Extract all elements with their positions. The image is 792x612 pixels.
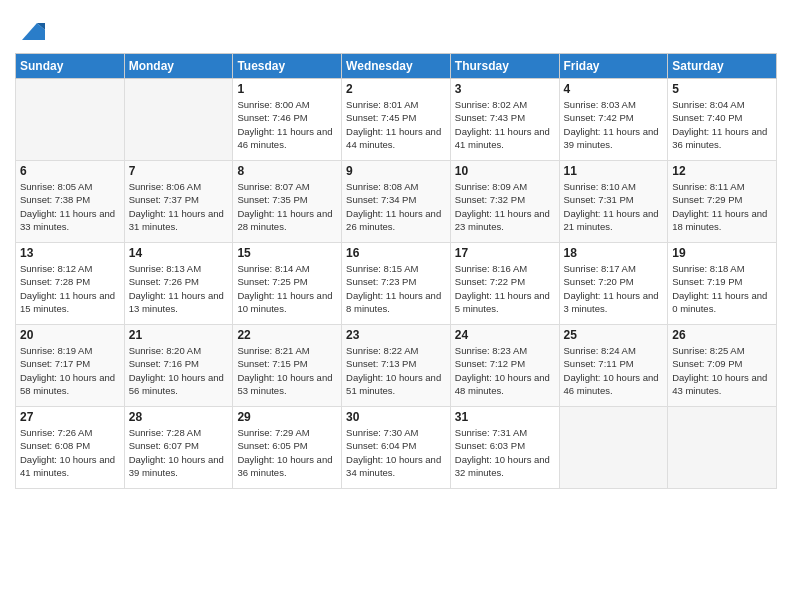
calendar-cell: 29Sunrise: 7:29 AM Sunset: 6:05 PM Dayli… bbox=[233, 407, 342, 489]
day-of-week-header: Monday bbox=[124, 54, 233, 79]
calendar-cell: 1Sunrise: 8:00 AM Sunset: 7:46 PM Daylig… bbox=[233, 79, 342, 161]
day-info: Sunrise: 8:10 AM Sunset: 7:31 PM Dayligh… bbox=[564, 180, 664, 233]
day-info: Sunrise: 8:12 AM Sunset: 7:28 PM Dayligh… bbox=[20, 262, 120, 315]
calendar-cell: 2Sunrise: 8:01 AM Sunset: 7:45 PM Daylig… bbox=[342, 79, 451, 161]
day-info: Sunrise: 8:16 AM Sunset: 7:22 PM Dayligh… bbox=[455, 262, 555, 315]
calendar-cell: 28Sunrise: 7:28 AM Sunset: 6:07 PM Dayli… bbox=[124, 407, 233, 489]
day-info: Sunrise: 8:07 AM Sunset: 7:35 PM Dayligh… bbox=[237, 180, 337, 233]
day-of-week-header: Sunday bbox=[16, 54, 125, 79]
calendar-cell: 16Sunrise: 8:15 AM Sunset: 7:23 PM Dayli… bbox=[342, 243, 451, 325]
day-number: 11 bbox=[564, 164, 664, 178]
day-number: 29 bbox=[237, 410, 337, 424]
day-number: 7 bbox=[129, 164, 229, 178]
day-info: Sunrise: 8:20 AM Sunset: 7:16 PM Dayligh… bbox=[129, 344, 229, 397]
logo bbox=[15, 15, 47, 45]
calendar-cell: 15Sunrise: 8:14 AM Sunset: 7:25 PM Dayli… bbox=[233, 243, 342, 325]
calendar-cell: 7Sunrise: 8:06 AM Sunset: 7:37 PM Daylig… bbox=[124, 161, 233, 243]
day-number: 1 bbox=[237, 82, 337, 96]
calendar-cell: 5Sunrise: 8:04 AM Sunset: 7:40 PM Daylig… bbox=[668, 79, 777, 161]
day-number: 23 bbox=[346, 328, 446, 342]
day-info: Sunrise: 7:28 AM Sunset: 6:07 PM Dayligh… bbox=[129, 426, 229, 479]
day-info: Sunrise: 8:05 AM Sunset: 7:38 PM Dayligh… bbox=[20, 180, 120, 233]
day-number: 22 bbox=[237, 328, 337, 342]
calendar-cell: 6Sunrise: 8:05 AM Sunset: 7:38 PM Daylig… bbox=[16, 161, 125, 243]
calendar-cell: 9Sunrise: 8:08 AM Sunset: 7:34 PM Daylig… bbox=[342, 161, 451, 243]
day-number: 2 bbox=[346, 82, 446, 96]
day-info: Sunrise: 8:04 AM Sunset: 7:40 PM Dayligh… bbox=[672, 98, 772, 151]
day-info: Sunrise: 8:18 AM Sunset: 7:19 PM Dayligh… bbox=[672, 262, 772, 315]
day-of-week-header: Tuesday bbox=[233, 54, 342, 79]
day-info: Sunrise: 8:01 AM Sunset: 7:45 PM Dayligh… bbox=[346, 98, 446, 151]
day-info: Sunrise: 7:30 AM Sunset: 6:04 PM Dayligh… bbox=[346, 426, 446, 479]
calendar-cell: 22Sunrise: 8:21 AM Sunset: 7:15 PM Dayli… bbox=[233, 325, 342, 407]
calendar-cell: 20Sunrise: 8:19 AM Sunset: 7:17 PM Dayli… bbox=[16, 325, 125, 407]
day-number: 16 bbox=[346, 246, 446, 260]
day-info: Sunrise: 8:19 AM Sunset: 7:17 PM Dayligh… bbox=[20, 344, 120, 397]
calendar-cell bbox=[124, 79, 233, 161]
day-of-week-header: Wednesday bbox=[342, 54, 451, 79]
day-number: 9 bbox=[346, 164, 446, 178]
calendar-cell bbox=[559, 407, 668, 489]
day-number: 24 bbox=[455, 328, 555, 342]
calendar-cell: 27Sunrise: 7:26 AM Sunset: 6:08 PM Dayli… bbox=[16, 407, 125, 489]
day-info: Sunrise: 8:11 AM Sunset: 7:29 PM Dayligh… bbox=[672, 180, 772, 233]
day-info: Sunrise: 8:15 AM Sunset: 7:23 PM Dayligh… bbox=[346, 262, 446, 315]
day-of-week-header: Saturday bbox=[668, 54, 777, 79]
day-number: 10 bbox=[455, 164, 555, 178]
calendar-table: SundayMondayTuesdayWednesdayThursdayFrid… bbox=[15, 53, 777, 489]
day-info: Sunrise: 7:26 AM Sunset: 6:08 PM Dayligh… bbox=[20, 426, 120, 479]
calendar-cell: 18Sunrise: 8:17 AM Sunset: 7:20 PM Dayli… bbox=[559, 243, 668, 325]
calendar-cell: 3Sunrise: 8:02 AM Sunset: 7:43 PM Daylig… bbox=[450, 79, 559, 161]
day-number: 12 bbox=[672, 164, 772, 178]
day-number: 27 bbox=[20, 410, 120, 424]
calendar-cell: 31Sunrise: 7:31 AM Sunset: 6:03 PM Dayli… bbox=[450, 407, 559, 489]
calendar-cell bbox=[668, 407, 777, 489]
day-info: Sunrise: 8:25 AM Sunset: 7:09 PM Dayligh… bbox=[672, 344, 772, 397]
day-number: 6 bbox=[20, 164, 120, 178]
logo-icon bbox=[17, 15, 47, 45]
day-number: 17 bbox=[455, 246, 555, 260]
calendar-cell: 25Sunrise: 8:24 AM Sunset: 7:11 PM Dayli… bbox=[559, 325, 668, 407]
day-info: Sunrise: 8:00 AM Sunset: 7:46 PM Dayligh… bbox=[237, 98, 337, 151]
calendar-cell: 26Sunrise: 8:25 AM Sunset: 7:09 PM Dayli… bbox=[668, 325, 777, 407]
calendar-cell: 8Sunrise: 8:07 AM Sunset: 7:35 PM Daylig… bbox=[233, 161, 342, 243]
day-number: 19 bbox=[672, 246, 772, 260]
day-number: 30 bbox=[346, 410, 446, 424]
day-number: 14 bbox=[129, 246, 229, 260]
page-header bbox=[15, 10, 777, 45]
day-number: 20 bbox=[20, 328, 120, 342]
calendar-cell: 12Sunrise: 8:11 AM Sunset: 7:29 PM Dayli… bbox=[668, 161, 777, 243]
day-info: Sunrise: 8:17 AM Sunset: 7:20 PM Dayligh… bbox=[564, 262, 664, 315]
day-info: Sunrise: 8:02 AM Sunset: 7:43 PM Dayligh… bbox=[455, 98, 555, 151]
day-info: Sunrise: 8:14 AM Sunset: 7:25 PM Dayligh… bbox=[237, 262, 337, 315]
calendar-cell: 17Sunrise: 8:16 AM Sunset: 7:22 PM Dayli… bbox=[450, 243, 559, 325]
day-number: 28 bbox=[129, 410, 229, 424]
day-info: Sunrise: 8:03 AM Sunset: 7:42 PM Dayligh… bbox=[564, 98, 664, 151]
day-info: Sunrise: 8:23 AM Sunset: 7:12 PM Dayligh… bbox=[455, 344, 555, 397]
day-info: Sunrise: 8:21 AM Sunset: 7:15 PM Dayligh… bbox=[237, 344, 337, 397]
day-of-week-header: Thursday bbox=[450, 54, 559, 79]
calendar-cell: 19Sunrise: 8:18 AM Sunset: 7:19 PM Dayli… bbox=[668, 243, 777, 325]
day-info: Sunrise: 7:29 AM Sunset: 6:05 PM Dayligh… bbox=[237, 426, 337, 479]
day-number: 13 bbox=[20, 246, 120, 260]
day-number: 25 bbox=[564, 328, 664, 342]
day-info: Sunrise: 8:08 AM Sunset: 7:34 PM Dayligh… bbox=[346, 180, 446, 233]
day-number: 5 bbox=[672, 82, 772, 96]
day-info: Sunrise: 8:22 AM Sunset: 7:13 PM Dayligh… bbox=[346, 344, 446, 397]
day-number: 18 bbox=[564, 246, 664, 260]
calendar-cell: 14Sunrise: 8:13 AM Sunset: 7:26 PM Dayli… bbox=[124, 243, 233, 325]
day-info: Sunrise: 8:06 AM Sunset: 7:37 PM Dayligh… bbox=[129, 180, 229, 233]
calendar-cell: 4Sunrise: 8:03 AM Sunset: 7:42 PM Daylig… bbox=[559, 79, 668, 161]
day-number: 26 bbox=[672, 328, 772, 342]
day-number: 21 bbox=[129, 328, 229, 342]
day-number: 4 bbox=[564, 82, 664, 96]
day-number: 8 bbox=[237, 164, 337, 178]
day-info: Sunrise: 8:24 AM Sunset: 7:11 PM Dayligh… bbox=[564, 344, 664, 397]
day-number: 3 bbox=[455, 82, 555, 96]
day-info: Sunrise: 8:09 AM Sunset: 7:32 PM Dayligh… bbox=[455, 180, 555, 233]
calendar-cell: 21Sunrise: 8:20 AM Sunset: 7:16 PM Dayli… bbox=[124, 325, 233, 407]
day-number: 31 bbox=[455, 410, 555, 424]
calendar-cell: 13Sunrise: 8:12 AM Sunset: 7:28 PM Dayli… bbox=[16, 243, 125, 325]
calendar-cell: 24Sunrise: 8:23 AM Sunset: 7:12 PM Dayli… bbox=[450, 325, 559, 407]
calendar-cell: 23Sunrise: 8:22 AM Sunset: 7:13 PM Dayli… bbox=[342, 325, 451, 407]
